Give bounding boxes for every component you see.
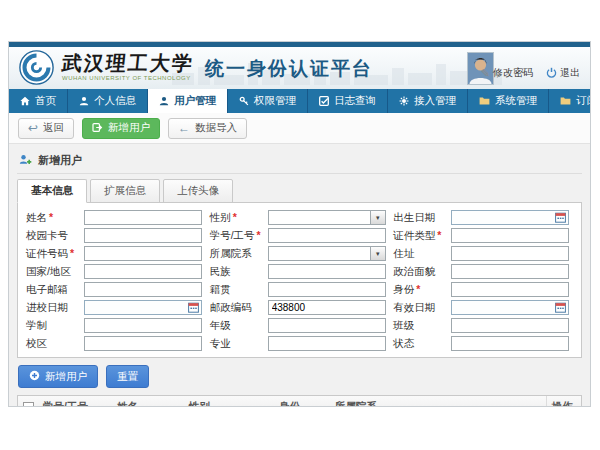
add-user-toolbar-button[interactable]: 新增用户: [82, 118, 160, 139]
gender-select-value: [269, 211, 370, 224]
nav-item-personal-info[interactable]: 个人信息: [68, 89, 148, 113]
calendar-icon[interactable]: [553, 212, 568, 223]
political-status-input[interactable]: [451, 264, 569, 279]
tab-upload-avatar[interactable]: 上传头像: [163, 179, 233, 203]
calendar-icon[interactable]: [553, 302, 568, 313]
id-number-field-group: 证件号码*: [24, 246, 208, 261]
status-input[interactable]: [451, 336, 569, 351]
pencil-icon: ✎: [481, 68, 490, 79]
tab-basic-info[interactable]: 基本信息: [17, 179, 87, 203]
campus-input[interactable]: [84, 336, 202, 351]
tab-extended-info[interactable]: 扩展信息: [90, 179, 160, 203]
nav-item-home[interactable]: 首页: [9, 89, 68, 113]
nav-item-subscription-management[interactable]: 订阅管理: [549, 89, 591, 113]
department-field-group: 所属院系▾: [208, 246, 392, 261]
university-logo: [19, 50, 54, 85]
section-title-label: 新增用户: [38, 153, 82, 168]
birth-date-input[interactable]: [452, 211, 553, 224]
student-staff-id-field-group: 学号/工号*: [208, 228, 392, 243]
nav-item-system-management[interactable]: 系统管理: [468, 89, 549, 113]
chevron-down-icon[interactable]: ▾: [370, 247, 385, 260]
add-user-toolbar-label: 新增用户: [108, 121, 150, 135]
identity-input[interactable]: [451, 282, 569, 297]
nav-item-log-query[interactable]: 日志查询: [308, 89, 388, 113]
reset-button[interactable]: 重置: [106, 365, 149, 388]
gender-select[interactable]: ▾: [268, 210, 386, 225]
postal-code-input[interactable]: [268, 300, 386, 315]
reset-button-label: 重置: [117, 370, 138, 384]
gear-icon: [399, 96, 409, 106]
form-row: 学制年级班级: [24, 318, 575, 333]
nav-item-access-management[interactable]: 接入管理: [388, 89, 468, 113]
major-input[interactable]: [268, 336, 386, 351]
user-results-table: 学号/工号姓名性别身份所属院系操作: [17, 395, 582, 407]
column-header: 操作: [546, 396, 581, 407]
user-icon: [79, 96, 89, 106]
section-title: 新增用户: [17, 147, 582, 174]
main-nav: 首页个人信息用户管理权限管理日志查询接入管理系统管理订阅管理: [9, 89, 590, 113]
campus-field-group: 校区: [24, 336, 208, 351]
education-length-label: 学制: [24, 319, 84, 333]
education-length-input[interactable]: [84, 318, 202, 333]
change-password-label: 修改密码: [493, 66, 533, 80]
nav-item-permission-management[interactable]: 权限管理: [228, 89, 308, 113]
select-all-checkbox[interactable]: [23, 402, 34, 407]
university-name-block: 武汉理工大学 WUHAN UNIVERSITY OF TECHNOLOGY: [62, 52, 194, 81]
back-button[interactable]: ↩ 返回: [18, 118, 74, 139]
valid-date-input[interactable]: [452, 301, 553, 314]
name-field-group: 姓名*: [24, 210, 208, 225]
platform-title: 统一身份认证平台: [205, 56, 373, 82]
entry-date-datepicker: [84, 300, 202, 315]
entry-date-label: 进校日期: [24, 301, 84, 315]
postal-code-label: 邮政编码: [208, 301, 268, 315]
data-import-button[interactable]: ← 数据导入: [168, 118, 247, 139]
gender-label: 性别*: [208, 211, 268, 225]
person-add-icon: [19, 154, 32, 168]
student-staff-id-label: 学号/工号*: [208, 229, 268, 243]
id-number-label: 证件号码*: [24, 247, 84, 261]
native-place-field-group: 籍贯: [208, 282, 392, 297]
birth-date-datepicker: [451, 210, 569, 225]
logout-link[interactable]: 退出: [546, 66, 580, 80]
country-region-input[interactable]: [84, 264, 202, 279]
header: 武汉理工大学 WUHAN UNIVERSITY OF TECHNOLOGY 统一…: [9, 47, 590, 89]
required-asterisk: *: [70, 247, 74, 259]
entry-date-input[interactable]: [85, 301, 186, 314]
add-user-submit-button[interactable]: 新增用户: [18, 365, 98, 388]
id-type-input[interactable]: [451, 228, 569, 243]
campus-label: 校区: [24, 337, 84, 351]
political-status-field-group: 政治面貌: [391, 264, 575, 279]
status-field-group: 状态: [391, 336, 575, 351]
nav-item-label: 日志查询: [334, 94, 376, 108]
native-place-input[interactable]: [268, 282, 386, 297]
log-icon: [319, 96, 329, 106]
name-input[interactable]: [84, 210, 202, 225]
ethnicity-input[interactable]: [268, 264, 386, 279]
ethnicity-field-group: 民族: [208, 264, 392, 279]
status-label: 状态: [391, 337, 451, 351]
department-select[interactable]: ▾: [268, 246, 386, 261]
calendar-icon[interactable]: [186, 302, 201, 313]
nav-item-label: 个人信息: [94, 94, 136, 108]
grade-field-group: 年级: [208, 318, 392, 333]
key-icon: [239, 96, 249, 106]
email-input[interactable]: [84, 282, 202, 297]
form-row: 证件号码*所属院系▾住址: [24, 246, 575, 261]
nav-item-user-management[interactable]: 用户管理: [148, 89, 228, 113]
department-label: 所属院系: [208, 247, 268, 261]
campus-card-number-input[interactable]: [84, 228, 202, 243]
chevron-down-icon[interactable]: ▾: [370, 211, 385, 224]
grade-input[interactable]: [268, 318, 386, 333]
address-field-group: 住址: [391, 246, 575, 261]
id-number-input[interactable]: [84, 246, 202, 261]
add-user-submit-label: 新增用户: [45, 370, 87, 384]
required-asterisk: *: [233, 211, 237, 223]
class-input[interactable]: [451, 318, 569, 333]
nav-item-label: 接入管理: [414, 94, 456, 108]
required-asterisk: *: [49, 211, 53, 223]
student-staff-id-input[interactable]: [268, 228, 386, 243]
change-password-link[interactable]: ✎ 修改密码: [481, 66, 533, 80]
column-header: 性别: [184, 396, 274, 407]
address-input[interactable]: [451, 246, 569, 261]
required-asterisk: *: [416, 283, 420, 295]
